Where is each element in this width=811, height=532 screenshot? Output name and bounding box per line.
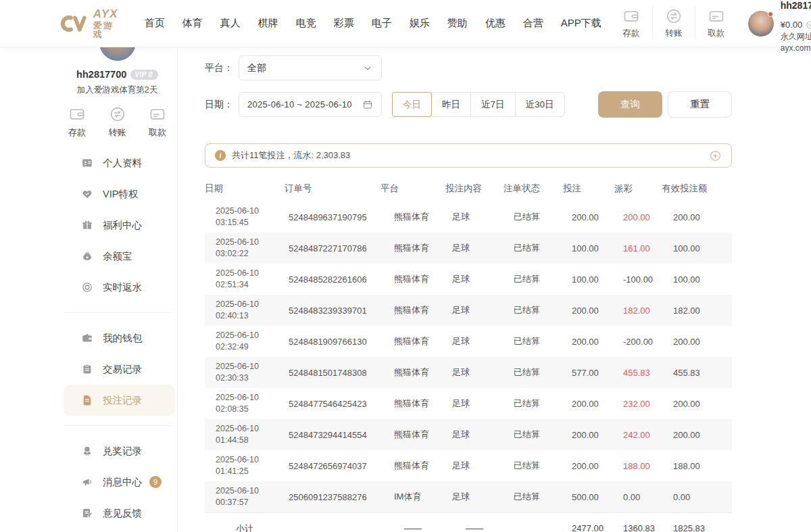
summary-bar: i 共计11笔投注，流水: 2,303.83	[205, 143, 732, 168]
sidebar-divider	[64, 312, 170, 313]
cell-order-number: 5248472656974037	[285, 461, 380, 471]
sidebar-menu-item[interactable]: 消息中心 9	[64, 466, 175, 498]
header-action[interactable]: 转账	[652, 7, 695, 39]
header-action[interactable]: 取款	[695, 7, 737, 39]
cell-status: 已结算	[503, 460, 563, 472]
cell-status: 已结算	[503, 242, 563, 254]
sidebar-menu-item[interactable]: 实时返水	[64, 272, 175, 303]
cell-status: 已结算	[503, 397, 563, 410]
cell-order-number: 5248477546425423	[285, 399, 380, 409]
cell-status: 已结算	[503, 335, 563, 347]
table-body: 2025-06-10 03:15:45 5248489637190795 熊猫体…	[205, 201, 732, 512]
sidebar-menu-item[interactable]: 意见反馈	[64, 498, 175, 529]
table-row[interactable]: 2025-06-10 01:44:58 5248473294414554 熊猫体…	[205, 419, 732, 450]
cell-date: 2025-06-10 02:32:49	[205, 330, 285, 353]
cell-platform: 熊猫体育	[380, 273, 445, 285]
sidebar-menu-item[interactable]: 福利中心	[64, 210, 175, 241]
header-right: 存款 转账 取款 hh2817700	[610, 0, 811, 54]
balance: ¥0.00	[781, 19, 803, 30]
cell-valid-amount: 0.00	[662, 492, 732, 502]
table-row[interactable]: 2025-06-10 01:41:25 5248472656974037 熊猫体…	[205, 450, 732, 481]
sidebar-avatar[interactable]	[99, 47, 136, 61]
header-action[interactable]: 存款	[610, 7, 652, 39]
sidebar-menu-item[interactable]: 交易记录	[64, 354, 175, 385]
table-row[interactable]: 2025-06-10 02:40:13 5248483239339701 熊猫体…	[205, 295, 732, 326]
nav-item[interactable]: 首页	[136, 17, 174, 30]
user-avatar[interactable]	[748, 11, 774, 37]
cell-bet-content: 足球	[445, 273, 503, 285]
sidebar-quick-action[interactable]: 转账	[109, 105, 126, 139]
cell-platform: 熊猫体育	[380, 335, 445, 347]
footer-bet-total: 2477.00	[563, 523, 614, 532]
column-header: 投注内容	[445, 183, 503, 195]
sidebar-menu-item[interactable]: 余额宝	[64, 241, 175, 272]
table-row[interactable]: 2025-06-10 02:08:35 5248477546425423 熊猫体…	[205, 388, 732, 419]
sidebar-menu-item[interactable]: VIP特权	[64, 178, 175, 210]
cell-valid-amount: 200.00	[662, 212, 732, 222]
table-row[interactable]: 2025-06-10 03:15:45 5248489637190795 熊猫体…	[205, 201, 732, 233]
bet-records-icon	[81, 394, 93, 406]
nav-item[interactable]: APP下载	[552, 17, 610, 30]
table-header: 日期 订单号 平台 投注内容 注单状态 投注 派彩 有效投注额	[205, 176, 732, 201]
nav-item[interactable]: 赞助	[439, 17, 476, 30]
table-row[interactable]: 2025-06-10 02:30:33 5248481501748308 熊猫体…	[205, 357, 732, 388]
cell-date: 2025-06-10 00:37:57	[205, 485, 285, 508]
cell-status: 已结算	[503, 211, 563, 223]
rebate-icon	[81, 281, 93, 293]
date-quick-button[interactable]: 昨日	[431, 92, 471, 117]
nav-item[interactable]: 电竞	[287, 17, 325, 30]
cell-platform: 熊猫体育	[380, 242, 445, 254]
cell-date: 2025-06-10 02:30:33	[205, 361, 285, 384]
table-row[interactable]: 2025-06-10 02:51:34 5248485282261606 熊猫体…	[205, 264, 732, 295]
cell-bet-content: 足球	[445, 211, 503, 223]
prize-icon	[81, 445, 93, 457]
nav-item[interactable]: 合营	[514, 17, 552, 30]
cell-order-number: 5248481909766130	[285, 337, 380, 347]
calendar-icon	[362, 99, 373, 110]
sidebar-menu-item[interactable]: 兑奖记录	[64, 435, 175, 466]
cell-date: 2025-06-10 01:44:58	[205, 423, 285, 446]
nav-item[interactable]: 体育	[174, 17, 212, 30]
reset-button[interactable]: 重置	[668, 91, 732, 118]
balance-chevron-icon[interactable]	[806, 20, 811, 30]
date-quick-button[interactable]: 近30日	[515, 92, 565, 117]
search-button[interactable]: 查询	[598, 91, 662, 118]
sidebar-menu-item[interactable]: 我的钱包	[64, 322, 175, 354]
nav-item[interactable]: 优惠	[476, 17, 514, 30]
cell-bet-content: 足球	[445, 397, 503, 410]
platform-select-value: 全部	[247, 62, 266, 74]
sidebar-quick-action[interactable]: 取款	[149, 105, 166, 139]
date-range-input[interactable]: 2025-06-10 ~ 2025-06-10	[239, 92, 382, 117]
nav-item[interactable]: 彩票	[325, 17, 363, 30]
brand-logo[interactable]: AYX 爱游戏	[61, 8, 121, 39]
nav-item[interactable]: 娱乐	[401, 17, 439, 30]
sidebar-quick-action[interactable]: 存款	[68, 105, 86, 139]
nav-item[interactable]: 棋牌	[249, 17, 287, 30]
cell-status: 已结算	[503, 366, 563, 379]
page: AYX 爱游戏 首页 体育 真人 棋牌 电竞 彩票 电子 娱乐 赞助	[0, 0, 811, 532]
table-row[interactable]: 2025-06-10 03:02:22 5248487227170786 熊猫体…	[205, 233, 732, 264]
date-quick-button[interactable]: 今日	[392, 92, 432, 117]
nav-item[interactable]: 电子	[363, 17, 401, 30]
table-row[interactable]: 2025-06-10 02:32:49 5248481909766130 熊猫体…	[205, 326, 732, 357]
cell-date: 2025-06-10 02:51:34	[205, 268, 285, 291]
sidebar-menu-item[interactable]: 投注记录	[64, 385, 175, 416]
profile-icon	[81, 157, 93, 169]
table-row[interactable]: 2025-06-10 00:37:57 2506091237588276 IM体…	[205, 481, 732, 512]
cell-status: 已结算	[503, 304, 563, 316]
column-header: 注单状态	[503, 183, 563, 195]
date-quick-button[interactable]: 近7日	[470, 92, 516, 117]
transfer-icon	[109, 105, 126, 123]
sidebar-menu-item[interactable]: 个人资料	[64, 147, 175, 178]
cell-bet-amount: 577.00	[563, 368, 614, 378]
cell-valid-amount: 100.00	[662, 243, 732, 253]
footer-platform-dash: ——	[380, 523, 445, 532]
plus-circle-icon[interactable]	[709, 149, 722, 162]
column-header: 投注	[563, 183, 614, 195]
cell-platform: 熊猫体育	[380, 211, 445, 223]
cell-bet-content: 足球	[445, 304, 503, 316]
platform-select[interactable]: 全部	[239, 55, 382, 80]
column-header: 平台	[380, 183, 445, 195]
nav-item[interactable]: 真人	[212, 17, 249, 30]
sidebar-menu-other: 兑奖记录 消息中心 9 意见反馈	[57, 435, 177, 529]
